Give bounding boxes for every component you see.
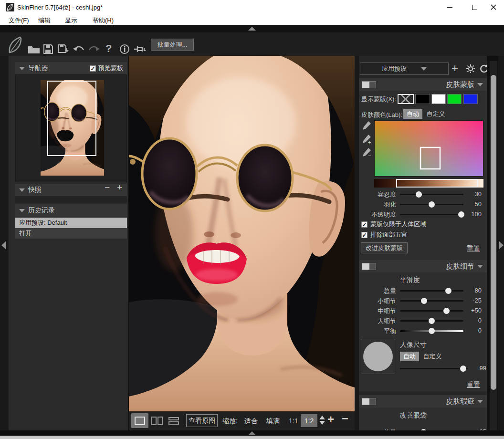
slider-thumb[interactable] [429, 201, 435, 208]
slider-value: 100 [463, 210, 482, 218]
close-button[interactable] [483, 0, 504, 14]
stepper-up-icon[interactable] [319, 416, 325, 419]
zoom-1-2-button[interactable]: 1:2 [301, 414, 317, 427]
mask-color-black-swatch[interactable] [415, 94, 430, 104]
luminance-range-bar[interactable] [374, 179, 483, 188]
undo-icon[interactable] [73, 45, 85, 53]
help-icon[interactable]: ? [105, 42, 112, 55]
skin-mask-toggle[interactable] [362, 81, 376, 88]
skin-blemish-header[interactable]: 皮肤瑕疵 [359, 395, 487, 408]
slider-value: -25 [463, 297, 482, 304]
slider-thumb[interactable] [429, 318, 435, 324]
refresh-icon[interactable] [479, 64, 487, 73]
eyedropper-subtract-icon[interactable]: − [362, 147, 371, 158]
mask-color-blue-swatch[interactable] [463, 94, 478, 104]
maximize-button[interactable] [464, 0, 485, 14]
skin-detail-toggle[interactable] [362, 263, 376, 270]
bottom-collapse-arrow[interactable] [248, 431, 256, 435]
slider-thumb[interactable] [421, 298, 427, 304]
save-as-icon[interactable] [57, 44, 69, 54]
skin-detail-reset-link[interactable]: 重置 [467, 381, 480, 389]
mask-color-green-swatch[interactable] [447, 94, 462, 104]
history-header[interactable]: 历史记录 [15, 204, 127, 217]
zoom-1-1-button[interactable]: 1:1 [289, 417, 298, 425]
menu-view[interactable]: 显示 [63, 15, 79, 26]
slider-track[interactable] [400, 194, 463, 195]
history-item-apply-preset[interactable]: 应用预设: Default [15, 218, 127, 228]
open-file-icon[interactable] [28, 45, 40, 54]
skin-blemish-toggle[interactable] [362, 398, 376, 405]
slider-track[interactable] [400, 310, 463, 312]
zoom-fill-button[interactable]: 填满 [266, 417, 280, 426]
luminance-range-selection[interactable] [396, 179, 478, 188]
main-toolbar: ? 批量处理... [0, 32, 504, 56]
improve-skin-mask-button[interactable]: 改进皮肤蒙版 [361, 242, 408, 253]
snapshot-remove-button[interactable]: − [105, 182, 110, 193]
history-item-open[interactable]: 打开 [15, 228, 127, 239]
slider-thumb[interactable] [416, 191, 422, 198]
view-mode-single-button[interactable] [131, 413, 148, 428]
minimize-button[interactable] [439, 0, 460, 14]
right-panel-scrollbar-thumb[interactable] [491, 75, 496, 390]
add-preset-button[interactable]: + [452, 62, 458, 75]
menu-help[interactable]: 帮助(H) [91, 15, 116, 26]
skin-detail-header[interactable]: 皮肤细节 [359, 260, 487, 272]
skin-mask-header[interactable]: 皮肤蒙版 [359, 78, 487, 91]
stepper-down-icon[interactable] [319, 421, 325, 425]
skin-mask-reset-link[interactable]: 重置 [467, 244, 480, 253]
left-edge-strip [0, 56, 9, 433]
mask-body-only-checkbox-row: ✓ 蒙版仅限于人体区域 [361, 220, 426, 229]
redo-icon[interactable] [88, 45, 100, 53]
settings-gear-icon[interactable] [466, 64, 475, 73]
preview-mask-checkbox[interactable]: ✓ [90, 65, 96, 72]
menu-file[interactable]: 文件(F) [7, 15, 31, 26]
navigator-view-rectangle[interactable] [47, 81, 96, 156]
slider-thumb[interactable] [429, 328, 435, 334]
image-canvas[interactable] [129, 56, 355, 411]
skin-color-auto-button[interactable]: 自动 [403, 109, 422, 119]
navigator-header[interactable]: 导航器 ✓ 预览蒙板 [15, 62, 127, 74]
view-original-button[interactable]: 查看原图 [186, 414, 218, 427]
info-icon[interactable] [119, 44, 130, 54]
zoom-in-button[interactable]: + [327, 413, 334, 426]
smoothness-label: 平滑度 [400, 276, 420, 284]
mask-color-none-swatch[interactable] [398, 94, 414, 104]
slider-thumb[interactable] [443, 308, 450, 314]
eyedropper-add-icon[interactable]: + [362, 134, 371, 145]
slider-track[interactable] [400, 300, 463, 302]
snapshot-add-button[interactable]: + [117, 182, 122, 193]
mask-color-white-swatch[interactable] [431, 94, 446, 104]
right-panel-collapse-arrow[interactable] [499, 241, 504, 250]
view-mode-split-vertical-button[interactable] [149, 414, 165, 427]
skin-color-custom-button[interactable]: 自定义 [424, 109, 447, 119]
slider-track[interactable] [400, 320, 463, 322]
eyedropper-icon[interactable] [362, 121, 371, 131]
slider-thumb[interactable] [445, 288, 452, 294]
top-collapse-arrow[interactable] [248, 27, 256, 31]
slider-thumb[interactable] [460, 366, 466, 372]
slider-track[interactable] [400, 330, 463, 332]
skin-color-field[interactable] [374, 120, 483, 177]
view-mode-split-horizontal-button[interactable] [166, 414, 181, 427]
panel-divider-right [355, 56, 359, 433]
slider-track[interactable] [400, 290, 463, 292]
menu-edit[interactable]: 编辑 [36, 15, 52, 26]
slider-track[interactable] [400, 214, 463, 215]
zoom-stepper[interactable] [319, 416, 325, 425]
apply-preset-dropdown[interactable]: 应用预设 [360, 63, 449, 75]
exclude-facial-features-checkbox[interactable]: ✓ [361, 232, 368, 238]
slider-track[interactable] [400, 204, 463, 205]
zoom-fit-button[interactable]: 适合 [244, 417, 258, 426]
slider-track[interactable] [400, 368, 468, 369]
plugin-icon[interactable] [134, 45, 146, 53]
snapshot-header[interactable]: 快照 − + [15, 184, 127, 196]
left-panel-collapse-arrow[interactable] [1, 241, 6, 250]
mask-body-only-checkbox[interactable]: ✓ [361, 221, 368, 228]
snapshot-body [15, 196, 127, 203]
zoom-out-button[interactable]: − [342, 412, 348, 425]
portrait-size-custom-button[interactable]: 自定义 [421, 352, 444, 361]
portrait-size-auto-button[interactable]: 自动 [400, 352, 419, 361]
small-detail-slider-row: 小细节 -25 [359, 296, 487, 306]
batch-process-button[interactable]: 批量处理... [151, 39, 194, 51]
save-icon[interactable] [43, 44, 53, 54]
